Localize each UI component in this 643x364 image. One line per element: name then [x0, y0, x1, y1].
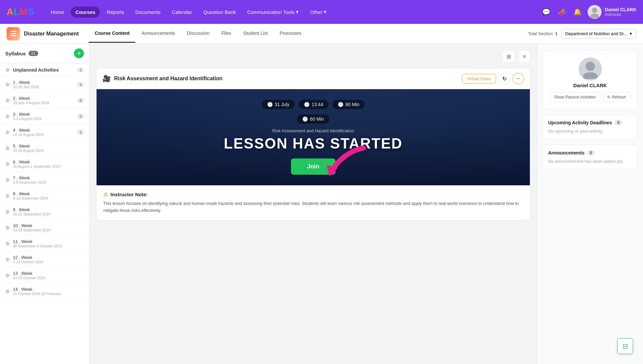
banner-duration-row2: 🕐 60 Min	[297, 114, 329, 124]
bell-icon[interactable]: 🔔	[572, 7, 583, 17]
sidebar-title: Syllabus	[5, 51, 26, 56]
list-view-button[interactable]: ≡	[519, 50, 530, 63]
course-logo: ☰	[7, 27, 20, 40]
layers-icon: ⊕	[5, 81, 10, 88]
layers-icon: ⊕	[5, 145, 10, 151]
sidebar-item-count: 1	[77, 68, 84, 72]
sidebar-item-week14[interactable]: ⊕ 14 . Week 21 October 2024-28 February	[0, 283, 89, 299]
main-layout: Syllabus 11 + ⊕ Unplanned Activities 1 ⊕…	[0, 44, 643, 364]
sidebar-item-week3[interactable]: ⊕ 3 . Week 5-11 August 2024 2	[0, 108, 89, 124]
join-button[interactable]: Join	[291, 158, 335, 175]
tab-processes[interactable]: Processes	[274, 25, 307, 43]
sidebar-item-week5[interactable]: ⊕ 5 . Week 19-25 August 2024	[0, 140, 89, 156]
nav-reports[interactable]: Reports	[102, 7, 129, 18]
tab-discussion[interactable]: Discussion	[181, 25, 216, 43]
no-announcement-text: No announcement has been added yet.	[548, 159, 632, 164]
lesson-banner: 🕐 31 July 🕐 13:44 🕐 60 Min 🕐	[97, 89, 530, 185]
sub-nav-right: Total Section 1 Department of Nutrition …	[528, 29, 636, 38]
add-item-button[interactable]: +	[74, 48, 84, 58]
nav-question-bank[interactable]: Question Bank	[199, 7, 241, 18]
nav-home[interactable]: Home	[46, 7, 69, 18]
announcements-title: Announcements 0	[548, 150, 632, 155]
upcoming-deadlines-title: Upcoming Activity Deadlines 0	[548, 120, 632, 125]
sidebar-item-unplanned[interactable]: ⊕ Unplanned Activities 1	[0, 63, 89, 77]
clock-icon: 🕐	[338, 102, 343, 107]
sidebar-item-week13[interactable]: ⊕ 13 . Week 14-20 October 2024	[0, 268, 89, 283]
sidebar-item-week11[interactable]: ⊕ 11 . Week 30 September-6 October 2024	[0, 236, 89, 252]
layers-icon: ⊕	[5, 256, 10, 263]
department-select[interactable]: Department of Nutrition and Di... ▾	[561, 29, 636, 38]
banner-date-pill: 🕐 31 July	[262, 100, 295, 109]
chevron-down-icon: ▾	[324, 9, 326, 15]
sidebar-item-week2[interactable]: ⊕ 2 . Week 29 July-4 August 2024 6	[0, 92, 89, 108]
megaphone-icon[interactable]: 📣	[556, 7, 567, 17]
layers-icon: ⊕	[5, 177, 10, 183]
show-passive-activities-button[interactable]: Show Passive Activities	[550, 92, 600, 102]
layers-icon: ⊕	[5, 97, 10, 103]
banner-started-text: LESSON HAS STARTED	[224, 135, 403, 152]
instructor-avatar-area: Daniel CLARK	[548, 57, 632, 88]
logo-s: S	[28, 7, 35, 17]
layers-icon: ⊕	[5, 288, 10, 294]
tab-announcements[interactable]: Announcements	[135, 25, 181, 43]
svg-point-3	[586, 62, 595, 71]
tab-files[interactable]: Files	[215, 25, 237, 43]
layers-icon: ⊕	[5, 113, 10, 119]
banner-pills: 🕐 31 July 🕐 13:44 🕐 60 Min	[262, 100, 365, 109]
instructor-actions: Show Passive Activities ↻ Refresh	[548, 92, 632, 102]
total-section-label: Total Section 1	[528, 31, 557, 36]
sidebar-item-week9[interactable]: ⊕ 9 . Week 16-22 September 2024	[0, 204, 89, 220]
sidebar-item-week10[interactable]: ⊕ 10 . Week 23-29 September 2024	[0, 220, 89, 236]
logo[interactable]: ALMS	[7, 7, 34, 17]
svg-point-0	[592, 8, 597, 13]
layers-icon: ⊕	[5, 193, 10, 199]
user-menu[interactable]: Daniel CLARK Instructor	[588, 5, 636, 19]
minimize-button[interactable]: −	[513, 73, 524, 84]
logo-l: L	[14, 7, 20, 17]
sidebar-item-week6[interactable]: ⊕ 6 . Week 26 August-1 September 2024	[0, 156, 89, 172]
refresh-lesson-button[interactable]: ↻	[499, 73, 510, 84]
tab-course-content[interactable]: Course Content	[89, 25, 135, 43]
chevron-down-icon: ▾	[630, 31, 632, 36]
warning-icon: ⚠	[103, 191, 108, 198]
right-panel: Daniel CLARK Show Passive Activities ↻ R…	[537, 44, 643, 364]
nav-communication-tools[interactable]: Communication Tools ▾	[243, 6, 303, 18]
grid-view-button[interactable]: ⊞	[502, 50, 515, 63]
sidebar-item-week1[interactable]: ⊕ 1 . Week 22-28 July 2024 1	[0, 77, 89, 92]
banner-time-pill: 🕐 13:44	[299, 100, 328, 109]
logo-m: M	[20, 7, 28, 17]
nav-other[interactable]: Other ▾	[305, 6, 331, 18]
tab-student-list[interactable]: Student List	[237, 25, 274, 43]
refresh-button[interactable]: ↻ Refresh	[603, 92, 630, 102]
upcoming-count-badge: 0	[614, 120, 622, 125]
banner-duration2-pill: 🕐 60 Min	[297, 114, 329, 124]
lesson-card: 🎥 Risk Assessment and Hazard Identificat…	[96, 68, 530, 220]
nav-documents[interactable]: Documents	[131, 7, 165, 18]
nav-calendar[interactable]: Calendar	[167, 7, 197, 18]
sidebar-item-week12[interactable]: ⊕ 12 . Week 7-13 October 2024	[0, 252, 89, 268]
layers-icon: ⊕	[5, 129, 10, 135]
sidebar-item-count: 1	[77, 82, 84, 87]
svg-point-4	[583, 72, 598, 79]
layers-icon: ⊕	[5, 224, 10, 231]
fab-filter-button[interactable]: ⊟	[617, 338, 633, 354]
sidebar-item-week7[interactable]: ⊕ 7 . Week 2-8 September 2024	[0, 172, 89, 188]
instructor-name: Daniel CLARK	[573, 83, 607, 88]
lesson-icon: 🎥	[103, 75, 111, 83]
sidebar-header: Syllabus 11 +	[0, 44, 89, 63]
virtual-class-button[interactable]: Virtual Class	[462, 74, 496, 84]
content-area: ⊞ ≡ 🎥 Risk Assessment and Hazard Identif…	[90, 44, 537, 364]
sidebar-item-week4[interactable]: ⊕ 4 . Week 12-18 August 2024 1	[0, 124, 89, 140]
announcements-card: Announcements 0 No announcement has been…	[542, 145, 638, 169]
course-title: Disaster Management	[24, 31, 79, 37]
chat-icon[interactable]: 💬	[541, 7, 552, 17]
lesson-card-header: 🎥 Risk Assessment and Hazard Identificat…	[97, 68, 530, 89]
sub-navigation: ☰ Disaster Management Course Content Ann…	[0, 24, 643, 44]
sidebar-item-count: 6	[77, 98, 84, 103]
nav-courses[interactable]: Courses	[71, 7, 100, 18]
banner-subtitle: Risk Assessment and Hazard Identificatio…	[272, 128, 354, 133]
sidebar-item-week8[interactable]: ⊕ 8 . Week 9-15 September 2024	[0, 188, 89, 204]
lesson-title: Risk Assessment and Hazard Identificatio…	[114, 76, 223, 82]
nav-right-area: 💬 📣 🔔 Daniel CLARK Instructor	[541, 5, 636, 19]
announcements-count-badge: 0	[587, 150, 595, 155]
